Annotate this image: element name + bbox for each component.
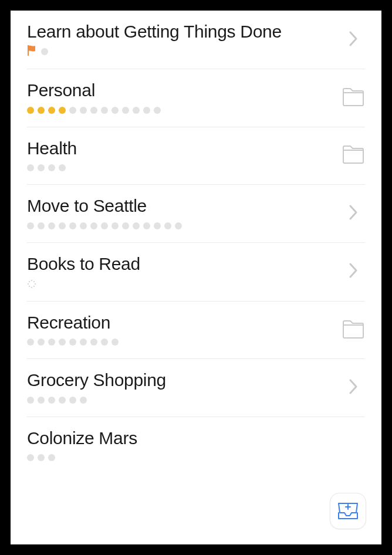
list-item-accessory xyxy=(339,378,367,395)
progress-dot-empty xyxy=(48,454,55,461)
progress-dot-empty xyxy=(90,339,97,346)
progress-dot-empty xyxy=(154,107,161,114)
chevron-right-icon xyxy=(349,31,358,47)
list-item-accessory xyxy=(339,144,367,164)
progress-dot-empty xyxy=(27,222,34,229)
progress-dots xyxy=(41,48,48,55)
list-item-meta xyxy=(27,107,339,114)
list-item[interactable]: Colonize Mars xyxy=(27,417,365,474)
progress-dot-filled xyxy=(27,107,34,114)
progress-dot-empty xyxy=(48,397,55,404)
list-item-body: Colonize Mars xyxy=(27,428,339,461)
progress-dot-empty xyxy=(38,164,45,171)
progress-dot-empty xyxy=(59,164,66,171)
progress-dot-empty xyxy=(164,222,171,229)
add-to-inbox-button[interactable] xyxy=(330,493,366,529)
list-item[interactable]: Personal xyxy=(27,69,365,127)
progress-dot-empty xyxy=(133,107,140,114)
progress-dot-empty xyxy=(80,397,87,404)
progress-dot-empty xyxy=(80,339,87,346)
progress-dots xyxy=(27,454,55,461)
progress-dot-empty xyxy=(101,107,108,114)
list-item-body: Learn about Getting Things Done xyxy=(27,21,339,56)
progress-dot-empty xyxy=(90,107,97,114)
progress-dot-empty xyxy=(69,397,76,404)
list-item-body: Personal xyxy=(27,80,339,113)
progress-dot-empty xyxy=(38,339,45,346)
list-item-meta xyxy=(27,339,339,346)
progress-dot-empty xyxy=(80,107,87,114)
chevron-right-icon xyxy=(349,204,358,221)
list-item-meta xyxy=(27,48,339,56)
list-item[interactable]: Health xyxy=(27,127,365,185)
progress-dot-empty xyxy=(143,222,150,229)
list-item-title: Grocery Shopping xyxy=(27,370,339,390)
progress-dot-empty xyxy=(59,222,66,229)
progress-dot-empty xyxy=(101,222,108,229)
progress-dot-empty xyxy=(154,222,161,229)
flag-icon xyxy=(27,45,36,56)
progress-dot-empty xyxy=(175,222,182,229)
progress-dot-empty xyxy=(38,454,45,461)
list-item-title: Learn about Getting Things Done xyxy=(27,21,339,42)
progress-dot-empty xyxy=(111,107,119,114)
progress-dot-empty xyxy=(69,222,76,229)
progress-dot-empty xyxy=(59,397,66,404)
list-item-meta xyxy=(27,164,339,171)
progress-dot-empty xyxy=(48,339,55,346)
list-item[interactable]: Grocery Shopping xyxy=(27,359,365,417)
progress-dot-filled xyxy=(48,107,55,114)
list-item-meta xyxy=(27,397,339,404)
list-item-accessory xyxy=(339,87,367,107)
list-item-title: Colonize Mars xyxy=(27,428,339,448)
list-item-title: Personal xyxy=(27,80,339,100)
progress-dots xyxy=(27,339,119,346)
progress-dot-filled xyxy=(59,107,66,114)
progress-dots xyxy=(27,222,182,229)
list-item-meta xyxy=(27,280,339,288)
list-item-meta xyxy=(27,222,339,229)
list-item-accessory xyxy=(339,31,367,47)
progress-dot-empty xyxy=(133,222,140,229)
loading-indicator-icon xyxy=(28,280,36,288)
folder-icon xyxy=(342,144,365,164)
list-item-body: Grocery Shopping xyxy=(27,370,339,403)
list-item[interactable]: Books to Read xyxy=(27,243,365,302)
list-item-title: Recreation xyxy=(27,312,339,333)
list-item[interactable]: Move to Seattle xyxy=(27,185,365,242)
progress-dot-empty xyxy=(122,222,129,229)
folder-icon xyxy=(342,319,365,339)
progress-dot-empty xyxy=(90,222,97,229)
progress-dot-empty xyxy=(48,164,55,171)
progress-dot-empty xyxy=(27,339,34,346)
list-item[interactable]: Learn about Getting Things Done xyxy=(27,11,365,69)
progress-dot-empty xyxy=(27,164,34,171)
list-item[interactable]: Recreation xyxy=(27,302,365,359)
svg-rect-0 xyxy=(28,45,29,56)
list-item-body: Move to Seattle xyxy=(27,195,339,229)
list-item-title: Move to Seattle xyxy=(27,195,339,216)
list-item-accessory xyxy=(339,262,367,279)
app-frame: Learn about Getting Things DonePersonalH… xyxy=(11,11,381,544)
progress-dot-empty xyxy=(27,397,34,404)
folder-icon xyxy=(342,87,365,107)
progress-dot-empty xyxy=(27,454,34,461)
project-list: Learn about Getting Things DonePersonalH… xyxy=(11,11,381,474)
list-item-body: Books to Read xyxy=(27,253,339,288)
list-item-body: Recreation xyxy=(27,312,339,346)
progress-dot-empty xyxy=(111,222,119,229)
progress-dot-filled xyxy=(38,107,45,114)
progress-dot-empty xyxy=(101,339,108,346)
list-item-accessory xyxy=(339,319,367,339)
progress-dot-empty xyxy=(38,397,45,404)
progress-dot-empty xyxy=(143,107,150,114)
progress-dots xyxy=(27,107,161,114)
list-item-body: Health xyxy=(27,138,339,171)
list-item-meta xyxy=(27,454,339,461)
list-item-title: Health xyxy=(27,138,339,158)
chevron-right-icon xyxy=(349,378,358,395)
progress-dot-empty xyxy=(80,222,87,229)
progress-dots xyxy=(27,397,87,404)
list-item-title: Books to Read xyxy=(27,253,339,274)
progress-dot-empty xyxy=(59,339,66,346)
